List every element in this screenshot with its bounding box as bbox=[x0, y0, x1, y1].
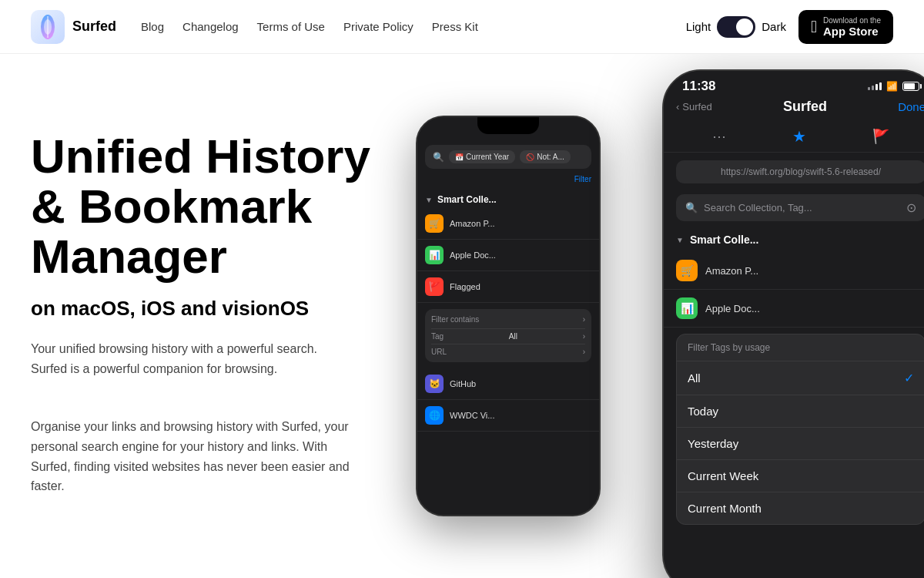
nav-left: Surfed Blog Changelog Terms of Use Priva… bbox=[31, 10, 478, 44]
front-dropdown-item-week[interactable]: Current Week bbox=[677, 460, 924, 492]
tab-star-icon[interactable]: ★ bbox=[792, 127, 806, 146]
front-search-bar[interactable]: 🔍 Search Collection, Tag... ⊙ bbox=[676, 194, 924, 221]
back-item-text-2: Flagged bbox=[450, 282, 480, 291]
back-ff-divider2 bbox=[431, 344, 585, 344]
back-ff-contains-row: Filter contains › bbox=[431, 315, 585, 324]
back-item-icon-2: 🚩 bbox=[425, 277, 444, 296]
back-list-item-1: 📊 Apple Doc... bbox=[417, 240, 599, 271]
front-dropdown-item-all[interactable]: All ✓ bbox=[677, 361, 924, 395]
signal-icon bbox=[868, 82, 882, 90]
back-ff-tag-value: All bbox=[509, 332, 517, 341]
hero-desc1: Your unified browsing history with a pow… bbox=[31, 339, 354, 378]
theme-toggle[interactable] bbox=[717, 16, 755, 38]
front-search-filter-icon[interactable]: ⊙ bbox=[906, 200, 916, 215]
back-list-item-4: 🌐 WWDC Vi... bbox=[417, 400, 599, 432]
back-ff-url-chevron: › bbox=[583, 348, 585, 356]
back-item-icon-1: 📊 bbox=[425, 246, 444, 264]
tab-menu-icon[interactable]: ⋯ bbox=[712, 128, 726, 145]
back-search-bar: 🔍 📅 Current Year 🚫 Not: A... bbox=[425, 145, 591, 169]
front-tabs: ⋯ ★ 🚩 bbox=[664, 121, 924, 153]
back-notch bbox=[417, 117, 599, 139]
front-back-button[interactable]: ‹ Surfed bbox=[676, 101, 712, 113]
battery-fill bbox=[904, 83, 915, 89]
front-search-icon: 🔍 bbox=[685, 202, 698, 213]
front-search-placeholder: Search Collection, Tag... bbox=[704, 202, 812, 213]
back-list-item-3: 🐱 GitHub bbox=[417, 368, 599, 400]
logo-icon bbox=[31, 10, 65, 44]
front-check-icon: ✓ bbox=[904, 371, 914, 385]
back-section-title: Smart Colle... bbox=[437, 194, 497, 205]
back-chip1: 📅 Current Year bbox=[449, 150, 515, 163]
front-sc-title: Smart Colle... bbox=[690, 234, 758, 246]
back-item-icon-3: 🐱 bbox=[425, 375, 444, 393]
front-dropdown-item-today[interactable]: Today bbox=[677, 395, 924, 428]
back-ff-tag-label: Tag bbox=[431, 332, 444, 341]
front-dropdown-item-yesterday[interactable]: Yesterday bbox=[677, 428, 924, 460]
back-item-text-3: GitHub bbox=[450, 379, 476, 388]
back-ff-url-label: URL bbox=[431, 348, 447, 356]
nav-changelog[interactable]: Changelog bbox=[182, 20, 239, 33]
back-list-item-2: 🚩 Flagged bbox=[417, 271, 599, 303]
front-time: 11:38 bbox=[682, 79, 715, 94]
front-dropdown-title: Filter Tags by usage bbox=[677, 334, 924, 361]
hero-desc2: Organise your links and browsing history… bbox=[31, 417, 354, 496]
phone-front: 11:38 📶 bbox=[662, 69, 924, 578]
apple-icon:  bbox=[811, 17, 817, 37]
back-ff-tag-row: Tag All › bbox=[431, 332, 585, 341]
front-done-button[interactable]: Done bbox=[898, 100, 924, 113]
front-dropdown-item-month[interactable]: Current Month bbox=[677, 492, 924, 524]
nav-press[interactable]: Press Kit bbox=[432, 20, 478, 33]
front-sc-item-1[interactable]: 📊 Apple Doc... bbox=[664, 290, 924, 328]
front-sc-item-0[interactable]: 🛒 Amazon P... bbox=[664, 252, 924, 290]
front-sc-icon-0: 🛒 bbox=[676, 260, 698, 281]
front-sc-chevron: ▼ bbox=[676, 236, 684, 244]
hero-subtitle: on macOS, iOS and visionOS bbox=[31, 297, 370, 321]
front-sc-icon-1: 📊 bbox=[676, 297, 698, 319]
front-search-left: 🔍 Search Collection, Tag... bbox=[685, 202, 812, 213]
logo-link[interactable]: Surfed bbox=[31, 10, 116, 44]
hero-section: Unified History & Bookmark Manager on ma… bbox=[0, 54, 924, 578]
phone-front-screen: 11:38 📶 bbox=[664, 71, 924, 578]
back-ff-chevron: › bbox=[583, 315, 585, 324]
back-ff-divider bbox=[431, 328, 585, 329]
theme-switch: Light Dark bbox=[686, 16, 786, 38]
nav-blog[interactable]: Blog bbox=[141, 20, 164, 33]
phone-back-screen: 🔍 📅 Current Year 🚫 Not: A... Filter bbox=[417, 117, 599, 515]
back-list-item-0: 🛒 Amazon P... bbox=[417, 208, 599, 240]
back-section-header: ▼ Smart Colle... bbox=[417, 188, 599, 208]
app-store-button[interactable]:  Download on the App Store bbox=[798, 10, 893, 44]
front-url-bar: https://swift.org/blog/swift-5.6-release… bbox=[676, 160, 924, 183]
section-chevron-icon: ▼ bbox=[425, 196, 433, 204]
front-status-icons: 📶 bbox=[868, 81, 919, 92]
front-status-bar: 11:38 📶 bbox=[664, 71, 924, 94]
front-sc-header: ▼ Smart Colle... bbox=[664, 227, 924, 252]
back-ff-url-row: URL › bbox=[431, 348, 585, 356]
back-search-icon: 🔍 bbox=[433, 152, 444, 163]
tab-flag-icon[interactable]: 🚩 bbox=[872, 128, 889, 145]
nav-privacy[interactable]: Private Policy bbox=[343, 20, 413, 33]
battery-icon bbox=[902, 82, 919, 91]
front-sc-text-0: Amazon P... bbox=[705, 265, 758, 277]
back-ff-tag-chevron: › bbox=[583, 332, 585, 341]
phone-back: 🔍 📅 Current Year 🚫 Not: A... Filter bbox=[416, 116, 601, 516]
back-ff-contains-label: Filter contains bbox=[431, 315, 479, 324]
nav-right: Light Dark  Download on the App Store bbox=[686, 10, 893, 44]
back-filter-link[interactable]: Filter bbox=[574, 175, 591, 183]
nav-links: Blog Changelog Terms of Use Private Poli… bbox=[141, 20, 478, 33]
toggle-thumb bbox=[736, 18, 753, 35]
back-item-icon-4: 🌐 bbox=[425, 406, 444, 425]
navbar: Surfed Blog Changelog Terms of Use Priva… bbox=[0, 0, 924, 54]
back-item-text-0: Amazon P... bbox=[450, 219, 495, 228]
hero-title: Unified History & Bookmark Manager bbox=[31, 131, 370, 281]
back-item-text-4: WWDC Vi... bbox=[450, 411, 494, 420]
wifi-icon: 📶 bbox=[886, 81, 898, 92]
front-smart-collections: ▼ Smart Colle... 🛒 Amazon P... 📊 Apple D… bbox=[664, 224, 924, 331]
logo-text: Surfed bbox=[72, 18, 116, 35]
phones-wrap: 🔍 📅 Current Year 🚫 Not: A... Filter bbox=[416, 69, 924, 578]
front-dropdown: Filter Tags by usage All ✓ Today Yesterd… bbox=[676, 334, 924, 525]
front-sc-text-1: Apple Doc... bbox=[705, 303, 760, 314]
nav-terms[interactable]: Terms of Use bbox=[257, 20, 325, 33]
back-item-icon-0: 🛒 bbox=[425, 214, 444, 233]
back-chip2: 🚫 Not: A... bbox=[520, 150, 571, 163]
front-surfed-header: ‹ Surfed Surfed Done bbox=[664, 94, 924, 121]
